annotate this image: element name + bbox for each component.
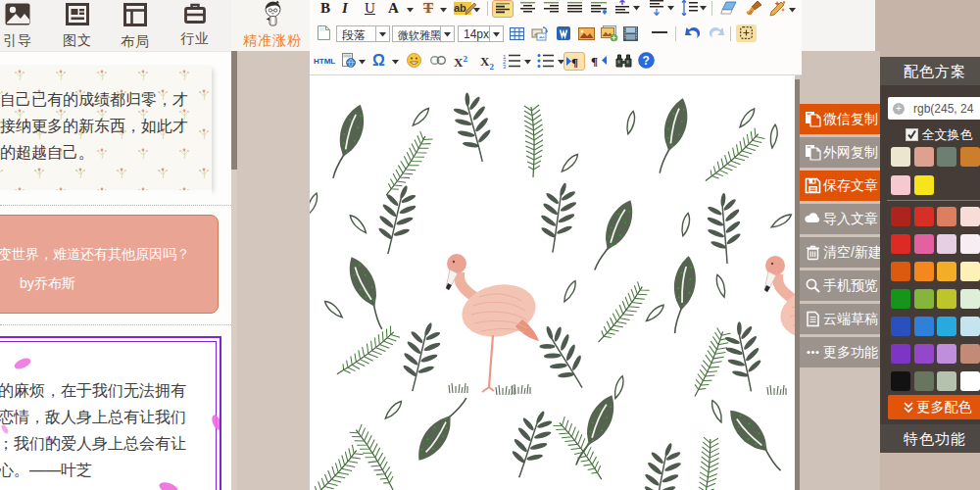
svg-text:?: ? (643, 54, 650, 68)
svg-text:3: 3 (503, 64, 507, 69)
svg-text:¶: ¶ (591, 54, 598, 67)
svg-text:¶: ¶ (571, 55, 578, 68)
